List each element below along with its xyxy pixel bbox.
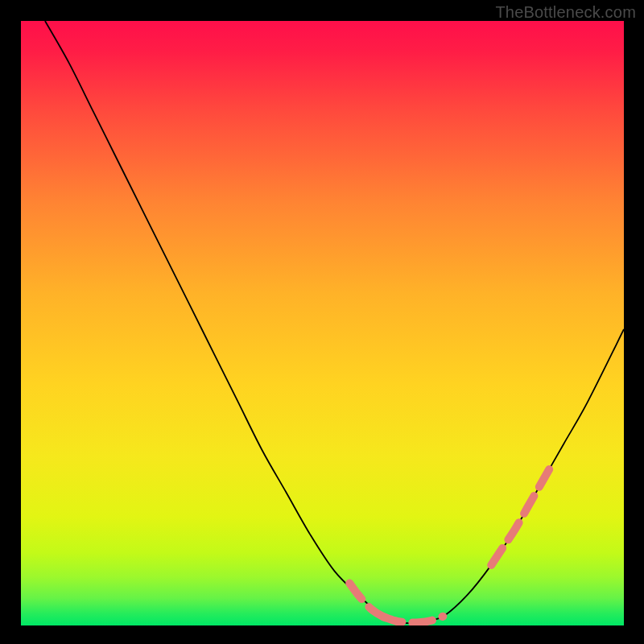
gradient-background: [21, 21, 624, 625]
chart-stage: TheBottleneck.com: [0, 0, 644, 644]
watermark-text: TheBottleneck.com: [495, 3, 636, 22]
bottleneck-plot: [21, 21, 624, 625]
